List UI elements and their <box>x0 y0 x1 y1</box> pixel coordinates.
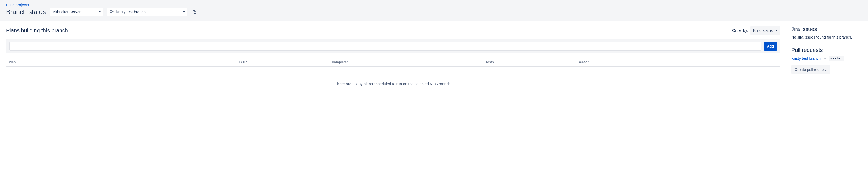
svg-point-2 <box>113 11 114 11</box>
column-header-plan: Plan <box>9 60 240 64</box>
jira-empty-text: No Jira issues found for this branch. <box>791 35 862 39</box>
copy-button[interactable] <box>191 9 198 15</box>
svg-point-0 <box>111 10 111 11</box>
copy-icon <box>192 10 197 14</box>
branch-selector[interactable]: kristy-test-branch <box>107 8 187 16</box>
order-by-control: Order by: Build status <box>732 26 780 35</box>
add-plan-panel: Add <box>6 39 780 53</box>
chevron-down-icon <box>183 11 185 12</box>
repository-selector-value: Bitbucket Server <box>53 10 81 14</box>
jira-heading: Jira issues <box>791 26 862 32</box>
order-by-select[interactable]: Build status <box>750 26 780 35</box>
main-column: Plans building this branch Order by: Bui… <box>6 26 780 101</box>
svg-point-1 <box>111 12 111 13</box>
content-area: Plans building this branch Order by: Bui… <box>0 21 868 106</box>
column-header-tests: Tests <box>486 60 578 64</box>
column-header-completed: Completed <box>332 60 486 64</box>
page-header: Build projects Branch status Bitbucket S… <box>0 0 868 21</box>
page-title: Branch status <box>6 8 46 16</box>
pull-requests-heading: Pull requests <box>791 47 862 53</box>
repository-selector[interactable]: Bitbucket Server <box>50 8 103 16</box>
svg-rect-3 <box>194 11 196 13</box>
branch-selector-value: kristy-test-branch <box>117 10 146 14</box>
plans-heading-row: Plans building this branch Order by: Bui… <box>6 26 780 35</box>
add-plan-input[interactable] <box>9 42 761 50</box>
create-pull-request-button[interactable]: Create pull request <box>791 65 830 74</box>
plans-heading: Plans building this branch <box>6 28 68 34</box>
add-plan-button[interactable]: Add <box>764 42 777 50</box>
order-by-value: Build status <box>753 28 773 33</box>
sidebar: Jira issues No Jira issues found for thi… <box>791 26 862 101</box>
chevron-down-icon <box>775 30 778 31</box>
empty-state-message: There aren't any plans scheduled to run … <box>6 67 780 101</box>
pr-source-link[interactable]: Kristy test branch <box>791 56 820 61</box>
title-row: Branch status Bitbucket Server kristy-te… <box>6 8 862 16</box>
order-by-label: Order by: <box>732 28 748 33</box>
breadcrumb-link[interactable]: Build projects <box>6 3 29 7</box>
column-header-reason: Reason <box>578 60 778 64</box>
arrow-right-icon: → <box>823 56 827 61</box>
branch-icon <box>110 9 114 15</box>
chevron-down-icon <box>98 11 101 12</box>
plans-table-header: Plan Build Completed Tests Reason <box>6 58 780 67</box>
column-header-build: Build <box>240 60 332 64</box>
pull-request-item: Kristy test branch → master <box>791 56 862 61</box>
pr-target-branch: master <box>829 56 844 61</box>
